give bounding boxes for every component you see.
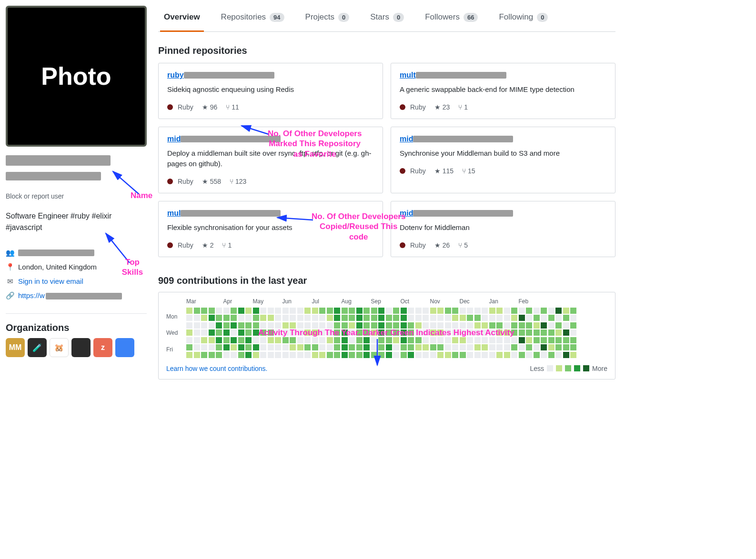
- org-avatar[interactable]: [71, 338, 91, 357]
- contribution-cell[interactable]: [260, 352, 266, 358]
- block-report-link[interactable]: Block or report user: [6, 192, 147, 200]
- contribution-cell[interactable]: [415, 344, 422, 350]
- org-avatar[interactable]: MM: [6, 338, 25, 357]
- repo-stars[interactable]: ★ 23: [434, 103, 450, 111]
- contribution-cell[interactable]: [371, 315, 377, 321]
- contribution-cell[interactable]: [423, 308, 429, 314]
- contribution-cell[interactable]: [275, 344, 281, 350]
- contribution-cell[interactable]: [231, 308, 237, 314]
- contribution-cell[interactable]: [496, 329, 503, 336]
- contribution-cell[interactable]: [253, 322, 259, 329]
- contribution-cell[interactable]: [312, 329, 318, 336]
- contribution-cell[interactable]: [437, 322, 444, 329]
- contribution-cell[interactable]: [489, 344, 495, 350]
- contribution-cell[interactable]: [386, 308, 392, 314]
- repo-link[interactable]: ruby: [167, 71, 184, 80]
- contribution-cell[interactable]: [534, 308, 540, 314]
- contribution-cell[interactable]: [482, 329, 488, 336]
- contribution-cell[interactable]: [496, 352, 503, 358]
- contribution-cell[interactable]: [474, 322, 481, 329]
- contribution-cell[interactable]: [238, 322, 244, 329]
- contribution-cell[interactable]: [534, 352, 540, 358]
- contribution-cell[interactable]: [349, 308, 355, 314]
- contribution-cell[interactable]: [342, 308, 348, 314]
- contribution-cell[interactable]: [194, 322, 200, 329]
- repo-stars[interactable]: ★ 115: [434, 167, 454, 175]
- contribution-cell[interactable]: [290, 337, 296, 343]
- contribution-cell[interactable]: [363, 352, 370, 358]
- contribution-cell[interactable]: [474, 344, 481, 350]
- contribution-cell[interactable]: [342, 337, 348, 343]
- contribution-cell[interactable]: [186, 322, 192, 329]
- repo-stars[interactable]: ★ 96: [202, 103, 218, 111]
- contribution-cell[interactable]: [216, 308, 222, 314]
- contribution-cell[interactable]: [223, 352, 230, 358]
- contribution-cell[interactable]: [445, 344, 451, 350]
- contribution-cell[interactable]: [268, 344, 274, 350]
- repo-forks[interactable]: ⑂ 123: [230, 178, 246, 185]
- contribution-cell[interactable]: [519, 322, 525, 329]
- contribution-cell[interactable]: [511, 337, 517, 343]
- contribution-cell[interactable]: [423, 329, 429, 336]
- contribution-cell[interactable]: [437, 329, 444, 336]
- contribution-cell[interactable]: [555, 344, 562, 350]
- contribution-cell[interactable]: [474, 352, 481, 358]
- contribution-cell[interactable]: [534, 329, 540, 336]
- contribution-cell[interactable]: [482, 344, 488, 350]
- contribution-cell[interactable]: [467, 352, 473, 358]
- contribution-cell[interactable]: [231, 315, 237, 321]
- contribution-cell[interactable]: [268, 315, 274, 321]
- contribution-cell[interactable]: [371, 344, 377, 350]
- contribution-cell[interactable]: [570, 344, 576, 350]
- tab-repositories[interactable]: Repositories94: [217, 6, 288, 32]
- contribution-cell[interactable]: [342, 315, 348, 321]
- contribution-cell[interactable]: [430, 344, 436, 350]
- contribution-cell[interactable]: [282, 344, 289, 350]
- contribution-cell[interactable]: [282, 329, 289, 336]
- contribution-cell[interactable]: [452, 337, 458, 343]
- contribution-cell[interactable]: [415, 337, 422, 343]
- contribution-cell[interactable]: [342, 322, 348, 329]
- repo-link[interactable]: mul: [167, 209, 181, 218]
- contribution-cell[interactable]: [386, 337, 392, 343]
- contribution-cell[interactable]: [238, 315, 244, 321]
- contribution-cell[interactable]: [201, 322, 207, 329]
- contribution-cell[interactable]: [460, 322, 466, 329]
- contribution-cell[interactable]: [467, 315, 473, 321]
- contribution-cell[interactable]: [223, 322, 230, 329]
- contribution-cell[interactable]: [186, 315, 192, 321]
- contribution-cell[interactable]: [563, 352, 569, 358]
- contribution-cell[interactable]: [304, 352, 311, 358]
- contribution-cell[interactable]: [555, 322, 562, 329]
- contribution-cell[interactable]: [430, 322, 436, 329]
- contribution-cell[interactable]: [304, 337, 311, 343]
- contribution-cell[interactable]: [201, 337, 207, 343]
- contribution-cell[interactable]: [460, 315, 466, 321]
- website-link[interactable]: https://w: [18, 289, 122, 303]
- contribution-cell[interactable]: [378, 315, 384, 321]
- contribution-cell[interactable]: [526, 308, 532, 314]
- contribution-cell[interactable]: [482, 352, 488, 358]
- contribution-cell[interactable]: [548, 337, 554, 343]
- contribution-cell[interactable]: [342, 344, 348, 350]
- contribution-cell[interactable]: [260, 344, 266, 350]
- contribution-cell[interactable]: [489, 352, 495, 358]
- contribution-cell[interactable]: [327, 329, 333, 336]
- contribution-cell[interactable]: [496, 315, 503, 321]
- contribution-cell[interactable]: [504, 352, 510, 358]
- contribution-cell[interactable]: [334, 337, 340, 343]
- contribution-cell[interactable]: [297, 337, 303, 343]
- contribution-cell[interactable]: [253, 344, 259, 350]
- contribution-cell[interactable]: [260, 308, 266, 314]
- contribution-cell[interactable]: [378, 352, 384, 358]
- contribution-cell[interactable]: [260, 329, 266, 336]
- contribution-cell[interactable]: [297, 352, 303, 358]
- contribution-cell[interactable]: [327, 322, 333, 329]
- contribution-cell[interactable]: [371, 337, 377, 343]
- contribution-cell[interactable]: [297, 344, 303, 350]
- contribution-cell[interactable]: [386, 329, 392, 336]
- contribution-cell[interactable]: [386, 315, 392, 321]
- repo-link[interactable]: mid: [400, 135, 413, 143]
- contribution-cell[interactable]: [349, 329, 355, 336]
- contribution-cell[interactable]: [312, 352, 318, 358]
